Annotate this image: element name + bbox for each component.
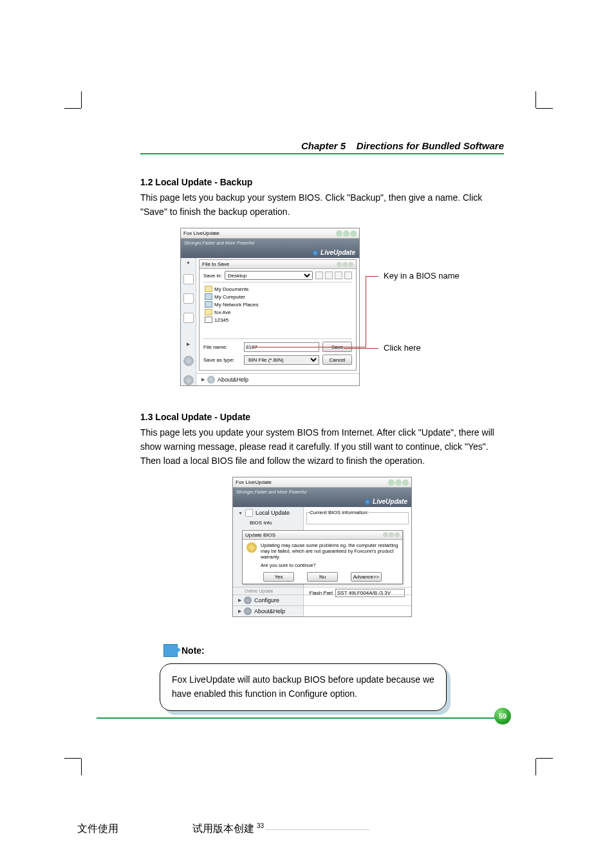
savetype-label: Save as type: [203,357,241,363]
sidebar-icon[interactable] [183,356,194,366]
window-controls[interactable] [388,479,409,486]
cancel-button[interactable]: Cancel [322,355,352,365]
dialog-controls[interactable] [383,532,400,538]
window-titlebar: Fox LiveUpdate [233,477,411,488]
footer-mid: 试用版本创建 [192,823,254,834]
gear-icon [244,596,252,604]
banner-tagline: Stronger,Faster and More Powerful [236,490,306,494]
footer-sup: 33 [257,822,264,829]
pdf-watermark-footer: 文件使用 试用版本创建 33 [64,822,550,836]
fox-liveupdate-window: Fox LiveUpdate Stronger,Faster and More … [232,477,412,617]
filename-label: File name: [203,344,241,350]
figure-update: Fox LiveUpdate Stronger,Faster and More … [140,477,504,618]
new-folder-icon [335,272,342,279]
current-bios-panel: Current BIOS information: [304,507,411,527]
chevron-right-icon: ▶ [238,609,241,614]
chevron-right-icon[interactable]: ▶ [187,342,190,347]
current-bios-legend: Current BIOS information: [310,510,369,515]
about-help-row[interactable]: ▶ About&Help [196,373,359,385]
dialog-controls[interactable] [337,262,353,267]
note-icon [163,644,178,657]
note-block: Note: Fox LiveUpdate will auto backup BI… [140,644,504,710]
savetype-select[interactable]: BIN File (*.BIN) [244,355,319,365]
window-title: Fox LiveUpdate [236,479,272,485]
sidebar-icon[interactable] [183,375,194,385]
folder-icon [245,509,253,517]
section-1-2-body: This page lets you backup your system BI… [140,191,504,219]
list-item[interactable]: 12345 [205,316,351,324]
sidebar-icon[interactable] [183,313,194,323]
save-dialog: File to Save Save in: Desktop My Documen… [199,259,357,371]
update-bios-dialog: Update BIOS Updating may cause some prob… [242,530,403,584]
warning-icon [247,542,257,553]
annotation-click: Click here [384,343,421,353]
figure-backup: Fox LiveUpdate Stronger,Faster and More … [140,228,504,386]
running-header: Chapter 5 Directions for Bundled Softwar… [140,140,504,154]
window-controls[interactable] [336,230,357,237]
file-list[interactable]: My Documents My Computer My Network Plac… [203,282,352,339]
view-icon [344,272,352,279]
about-help-label: About&Help [218,376,248,383]
sidebar-item-online-update[interactable]: Online Update [233,587,411,595]
section-1-3-body: This page lets you update your system BI… [140,426,504,468]
chapter-label: Chapter 5 [301,140,346,151]
annotation-keyin: Key in a BIOS name [384,271,460,281]
page-number-badge: 59 [494,708,511,725]
up-icon [325,272,333,279]
confirm-text: Are you sure to continue? [261,562,398,568]
sidebar-icon[interactable] [183,274,194,284]
warning-message: Updating may cause some problems eg. the… [261,542,398,560]
save-in-label: Save in: [203,273,222,279]
chapter-title: Directions for Bundled Software [357,140,504,151]
dialog-title: Update BIOS [245,532,275,538]
chevron-right-icon: ▶ [238,598,241,603]
chevron-right-icon: ▶ [201,377,205,382]
banner: Stronger,Faster and More Powerful LiveUp… [233,488,411,507]
list-item[interactable]: My Documents [205,285,351,293]
sidebar-icon[interactable] [183,293,194,304]
yes-button[interactable]: Yes [263,572,294,582]
sidebar: ▼ ▶ [181,258,196,385]
sidebar-item-configure[interactable]: ▶ Configure [233,595,411,605]
back-icon [315,272,323,279]
footer-rule [97,717,503,719]
help-icon [244,607,252,615]
chevron-down-icon[interactable]: ▼ [186,261,191,265]
help-icon [207,376,215,383]
list-item[interactable]: My Network Places [205,300,351,308]
dialog-toolbar[interactable] [315,272,352,279]
brand-label: LiveUpdate [364,498,407,505]
footer-left: 文件使用 [77,822,118,836]
note-label: Note: [181,645,205,656]
save-in-select[interactable]: Desktop [225,271,313,280]
sidebar-item-local-update[interactable]: ▼ Local Update [233,507,303,519]
no-button[interactable]: No [307,572,338,582]
section-1-2-title: 1.2 Local Update - Backup [140,177,504,187]
dialog-title: File to Save [202,261,229,267]
note-body: Fox LiveUpdate will auto backup BIOS bef… [160,663,447,710]
list-item[interactable]: My Computer [205,293,351,300]
fox-liveupdate-window: Fox LiveUpdate Stronger,Faster and More … [180,228,360,386]
list-item[interactable]: fox-live [205,308,351,316]
window-title: Fox LiveUpdate [183,230,219,236]
brand-label: LiveUpdate [312,249,355,256]
advance-button[interactable]: Advance>> [351,572,382,582]
window-titlebar: Fox LiveUpdate [181,228,359,239]
section-1-3-title: 1.3 Local Update - Update [140,412,504,422]
chevron-down-icon: ▼ [238,511,243,515]
sidebar-item-about[interactable]: ▶ About&Help [233,605,411,616]
banner: Stronger,Faster and More Powerful LiveUp… [181,239,359,258]
sidebar-sub-bios-info[interactable]: BIOS Info [233,519,303,527]
banner-tagline: Stronger,Faster and More Powerful [184,241,254,245]
